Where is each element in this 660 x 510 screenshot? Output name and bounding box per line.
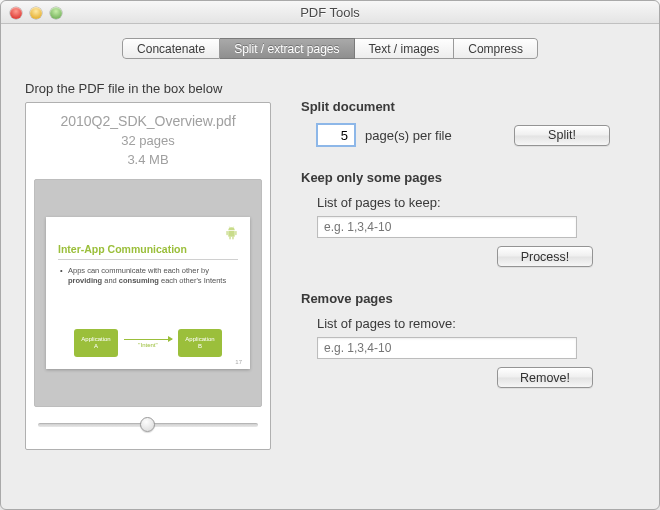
- tab-text-images[interactable]: Text / images: [355, 38, 455, 59]
- split-heading: Split document: [301, 99, 635, 114]
- pdf-drop-zone[interactable]: 2010Q2_SDK_Overview.pdf 32 pages 3.4 MB: [25, 102, 271, 450]
- remove-button[interactable]: Remove!: [497, 367, 593, 388]
- file-info: 2010Q2_SDK_Overview.pdf 32 pages 3.4 MB: [60, 113, 235, 171]
- slide-title: Inter-App Communication: [58, 243, 238, 255]
- file-size: 3.4 MB: [60, 152, 235, 167]
- diagram-box-b: Application B: [178, 329, 222, 357]
- slide-page-number: 17: [235, 359, 242, 365]
- svg-rect-4: [232, 237, 233, 240]
- split-button[interactable]: Split!: [514, 125, 610, 146]
- slide-bullet: Apps can communicate with each other by …: [58, 266, 238, 286]
- svg-rect-1: [226, 231, 227, 235]
- close-icon[interactable]: [10, 7, 22, 19]
- tab-split-extract[interactable]: Split / extract pages: [220, 38, 354, 59]
- pages-per-file-input[interactable]: [317, 124, 355, 146]
- process-button[interactable]: Process!: [497, 246, 593, 267]
- keep-sublabel: List of pages to keep:: [317, 195, 635, 210]
- minimize-icon[interactable]: [30, 7, 42, 19]
- tab-compress[interactable]: Compress: [454, 38, 538, 59]
- section-keep: Keep only some pages List of pages to ke…: [301, 170, 635, 267]
- diagram-box-a: Application A: [74, 329, 118, 357]
- tab-concatenate[interactable]: Concatenate: [122, 38, 220, 59]
- svg-rect-2: [235, 231, 236, 235]
- section-split: Split document page(s) per file Split!: [301, 99, 635, 146]
- file-name: 2010Q2_SDK_Overview.pdf: [60, 113, 235, 129]
- remove-sublabel: List of pages to remove:: [317, 316, 635, 331]
- section-remove: Remove pages List of pages to remove: Re…: [301, 291, 635, 388]
- arrow-icon: [124, 339, 172, 340]
- file-page-count: 32 pages: [60, 133, 235, 148]
- android-icon: [225, 225, 238, 240]
- tab-bar: Concatenate Split / extract pages Text /…: [25, 38, 635, 59]
- remove-heading: Remove pages: [301, 291, 635, 306]
- titlebar: PDF Tools: [1, 1, 659, 24]
- zoom-icon[interactable]: [50, 7, 62, 19]
- drop-instruction: Drop the PDF file in the box below: [25, 81, 271, 96]
- keep-heading: Keep only some pages: [301, 170, 635, 185]
- app-window: PDF Tools Concatenate Split / extract pa…: [0, 0, 660, 510]
- keep-pages-input[interactable]: [317, 216, 577, 238]
- pages-per-file-label: page(s) per file: [365, 128, 452, 143]
- window-title: PDF Tools: [1, 5, 659, 20]
- svg-rect-3: [229, 237, 230, 240]
- remove-pages-input[interactable]: [317, 337, 577, 359]
- slider-knob[interactable]: [140, 417, 155, 432]
- svg-rect-0: [228, 231, 234, 237]
- page-thumbnail: Inter-App Communication Apps can communi…: [34, 179, 262, 407]
- page-slider[interactable]: [38, 417, 258, 431]
